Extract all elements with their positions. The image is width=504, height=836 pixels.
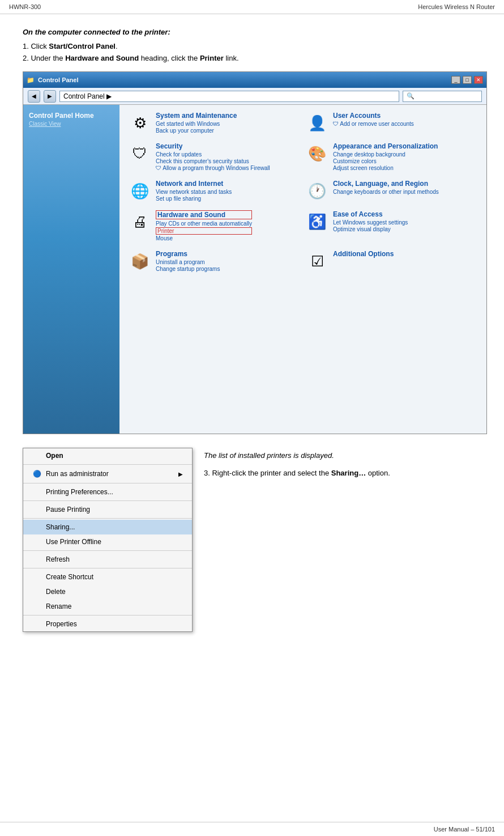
ctx-item-17[interactable]: Properties	[23, 617, 192, 631]
main-content: On the computer connected to the printer…	[0, 14, 504, 659]
step-2-number: 2.	[23, 54, 29, 62]
close-button[interactable]: ✕	[474, 76, 483, 84]
cp-sidebar: Control Panel Home Classic View	[23, 105, 119, 434]
ctx-item-9[interactable]: Use Printer Offline	[23, 534, 192, 549]
ctx-item-0[interactable]: Open	[23, 448, 192, 463]
ctx-item-15[interactable]: Rename	[23, 599, 192, 614]
cp-item-icon-9: ☑	[306, 250, 328, 273]
cp-item-link-5-0[interactable]: Change keyboards or other input methods	[333, 189, 439, 195]
ctx-item-11[interactable]: Refresh	[23, 552, 192, 567]
header-right: Hercules Wireless N Router	[418, 3, 495, 10]
cp-panel: ⚙System and MaintenanceGet started with …	[119, 105, 486, 434]
cp-item-title-9[interactable]: Additional Options	[333, 250, 394, 258]
cp-item-link-2-2[interactable]: 🛡 Allow a program through Windows Firewa…	[156, 165, 270, 171]
ctx-separator-5	[23, 500, 192, 501]
ctx-item-icon-2: 🔵	[32, 469, 41, 478]
header-left: HWNR-300	[9, 3, 41, 10]
context-menu: Open🔵Run as administrator▶Printing Prefe…	[23, 448, 193, 632]
ctx-item-4[interactable]: Printing Preferences...	[23, 485, 192, 499]
cp-item-text-9: Additional Options	[333, 250, 394, 259]
window-controls: _ □ ✕	[451, 76, 483, 84]
cp-item-link-6-0[interactable]: Play CDs or other media automatically	[156, 220, 252, 227]
cp-item-icon-7: ♿	[306, 210, 328, 233]
cp-item-text-3: Appearance and PersonalizationChange des…	[333, 142, 438, 172]
sidebar-sub[interactable]: Classic View	[29, 121, 114, 127]
cp-item-title-0[interactable]: System and Maintenance	[156, 112, 237, 120]
step-3-rest: option.	[366, 469, 390, 477]
cp-item-text-7: Ease of AccessLet Windows suggest settin…	[333, 210, 408, 233]
step-3: 3. Right-click the printer and select th…	[204, 468, 390, 479]
ctx-separator-7	[23, 518, 192, 519]
cp-item-2: 🛡SecurityCheck for updatesCheck this com…	[129, 142, 300, 172]
cp-item-link-3-2[interactable]: Adjust screen resolution	[333, 165, 438, 171]
cp-item-link-0-1[interactable]: Back up your computer	[156, 128, 237, 134]
ctx-item-label-0: Open	[46, 452, 63, 460]
cp-item-title-7[interactable]: Ease of Access	[333, 210, 408, 218]
cp-item-link-3-0[interactable]: Change desktop background	[333, 151, 438, 158]
ctx-item-label-6: Pause Printing	[46, 506, 90, 514]
cp-item-link-7-1[interactable]: Optimize visual display	[333, 226, 408, 232]
ctx-item-2[interactable]: 🔵Run as administrator▶	[23, 466, 192, 482]
ctx-item-label-4: Printing Preferences...	[46, 488, 113, 496]
ctx-item-label-14: Delete	[46, 588, 66, 596]
search-box[interactable]: 🔍	[403, 91, 482, 102]
maximize-button[interactable]: □	[463, 76, 472, 84]
cp-item-icon-3: 🎨	[306, 142, 328, 165]
cp-item-0: ⚙System and MaintenanceGet started with …	[129, 112, 300, 134]
step-2-bold: Hardware and Sound	[65, 54, 139, 62]
search-icon: 🔍	[407, 92, 415, 100]
step-3-bold: Sharing…	[331, 469, 366, 477]
page-header: HWNR-300 Hercules Wireless N Router	[0, 0, 504, 14]
cp-item-icon-5: 🕐	[306, 180, 328, 202]
intro-label: On the computer connected to the printer…	[23, 28, 481, 36]
ctx-item-14[interactable]: Delete	[23, 584, 192, 599]
step-1-bold: Start/Control Panel	[49, 42, 116, 50]
ctx-item-8[interactable]: Sharing...	[23, 520, 192, 534]
ctx-item-label-9: Use Printer Offline	[46, 538, 101, 546]
sidebar-title: Control Panel Home	[29, 112, 114, 120]
step-2-text: Under the	[31, 54, 65, 62]
cp-item-link-4-1[interactable]: Set up file sharing	[156, 196, 232, 202]
description-italic: The list of installed printers is displa…	[204, 450, 390, 462]
cp-item-title-5[interactable]: Clock, Language, and Region	[333, 180, 439, 188]
ctx-separator-10	[23, 550, 192, 551]
minimize-button[interactable]: _	[451, 76, 460, 84]
address-path[interactable]: Control Panel ▶	[59, 91, 399, 102]
cp-item-text-0: System and MaintenanceGet started with W…	[156, 112, 237, 134]
cp-item-link-6-1[interactable]: Printer	[156, 227, 252, 235]
cp-item-title-3[interactable]: Appearance and Personalization	[333, 142, 438, 150]
forward-button[interactable]: ▶	[44, 90, 56, 103]
cp-item-3: 🎨Appearance and PersonalizationChange de…	[306, 142, 477, 172]
ctx-item-label-2: Run as administrator	[46, 470, 109, 478]
cp-item-link-1-0[interactable]: 🛡 Add or remove user accounts	[333, 121, 414, 127]
cp-item-text-6: Hardware and SoundPlay CDs or other medi…	[156, 210, 252, 242]
ctx-item-arrow-2: ▶	[178, 471, 183, 477]
step-1-rest: .	[116, 42, 118, 50]
cp-item-text-2: SecurityCheck for updatesCheck this comp…	[156, 142, 270, 172]
cp-item-link-4-0[interactable]: View network status and tasks	[156, 189, 232, 195]
cp-item-8: 📦ProgramsUninstall a programChange start…	[129, 250, 300, 273]
cp-item-link-3-1[interactable]: Customize colors	[333, 158, 438, 164]
cp-item-link-8-0[interactable]: Uninstall a program	[156, 259, 220, 265]
step-1: 1. Click Start/Control Panel.	[23, 42, 481, 50]
cp-item-9: ☑Additional Options	[306, 250, 477, 273]
cp-item-link-2-0[interactable]: Check for updates	[156, 151, 270, 158]
back-button[interactable]: ◀	[28, 90, 40, 103]
cp-item-1: 👤User Accounts🛡 Add or remove user accou…	[306, 112, 477, 134]
ctx-item-label-15: Rename	[46, 602, 71, 610]
cp-item-text-4: Network and InternetView network status …	[156, 180, 232, 202]
cp-item-link-2-1[interactable]: Check this computer's security status	[156, 158, 270, 164]
cp-item-link-0-0[interactable]: Get started with Windows	[156, 121, 237, 127]
cp-item-title-8[interactable]: Programs	[156, 250, 220, 258]
cp-item-title-4[interactable]: Network and Internet	[156, 180, 232, 188]
cp-item-title-1[interactable]: User Accounts	[333, 112, 414, 120]
cp-item-link-6-2[interactable]: Mouse	[156, 235, 252, 241]
cp-item-text-5: Clock, Language, and RegionChange keyboa…	[333, 180, 439, 196]
ctx-item-13[interactable]: Create Shortcut	[23, 570, 192, 584]
ctx-separator-16	[23, 615, 192, 616]
cp-item-title-6[interactable]: Hardware and Sound	[156, 210, 252, 219]
cp-item-link-7-0[interactable]: Let Windows suggest settings	[333, 219, 408, 226]
cp-item-link-8-1[interactable]: Change startup programs	[156, 266, 220, 272]
cp-item-title-2[interactable]: Security	[156, 142, 270, 150]
ctx-item-6[interactable]: Pause Printing	[23, 502, 192, 517]
